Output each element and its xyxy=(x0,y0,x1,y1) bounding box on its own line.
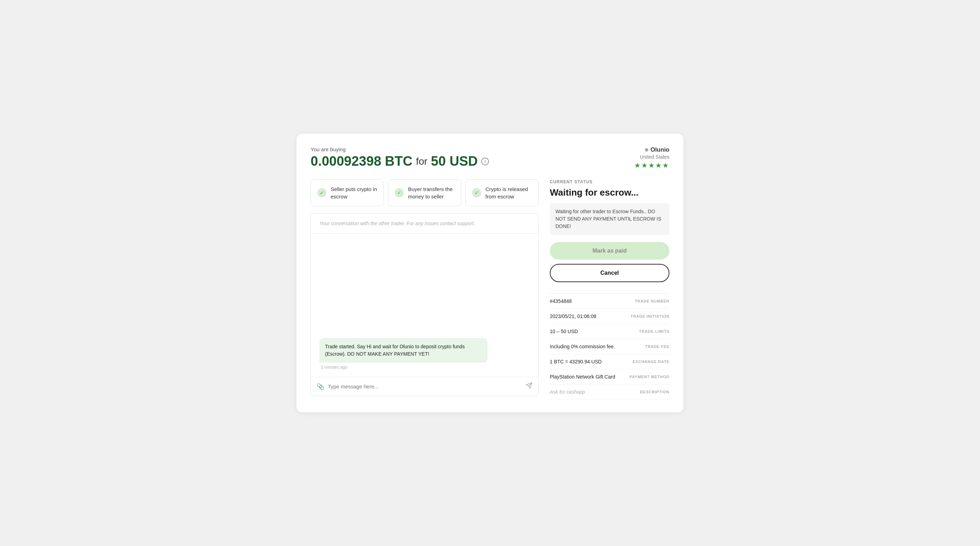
for-label: for xyxy=(416,156,427,167)
payment-method-row: PlayStation Network Gift Card PAYMENT ME… xyxy=(550,369,670,385)
chat-input[interactable] xyxy=(328,384,522,390)
status-info-box: Waiting for other trader to Escrow Funds… xyxy=(550,203,670,235)
trade-limits-value: 10 – 50 USD xyxy=(550,329,578,334)
exchange-rate-value: 1 BTC = 43290.94 USD xyxy=(550,359,601,365)
current-status-label: CURRENT STATUS xyxy=(550,180,670,184)
btc-amount: 0.00092398 BTC xyxy=(310,154,412,169)
step-card-2: ✓ Buyer transfers the money to seller xyxy=(388,180,461,206)
seller-stars: ★★★★★ xyxy=(634,161,670,170)
usd-amount: 50 USD xyxy=(431,154,478,169)
steps-row: ✓ Seller puts crypto in escrow ✓ Buyer t… xyxy=(310,180,539,206)
chat-bubble: Trade started. Say Hi and wait for Oluni… xyxy=(320,338,488,363)
attach-icon[interactable]: 📎 xyxy=(317,383,325,390)
chat-time: 3 minutes ago xyxy=(320,365,347,370)
description-row: Ask for cashapp DESCRIPTION xyxy=(550,385,670,400)
step-label-2: Buyer transfers the money to seller xyxy=(408,185,455,200)
step-card-3: ✓ Crypto is released from escrow xyxy=(465,180,539,206)
chat-notice: Your conversation with the other trader.… xyxy=(311,213,538,234)
payment-method-label: PAYMENT METHOD xyxy=(630,375,670,379)
chat-container: Your conversation with the other trader.… xyxy=(310,213,539,396)
status-title: Waiting for escrow... xyxy=(550,187,670,198)
step-check-2: ✓ xyxy=(395,188,404,197)
you-are-buying-label: You are buying xyxy=(310,146,489,152)
step-check-1: ✓ xyxy=(317,188,326,197)
cancel-button[interactable]: Cancel xyxy=(550,264,670,282)
trade-number-row: #4354848 TRADE NUMBER xyxy=(550,294,670,309)
trade-number-label: TRADE NUMBER xyxy=(635,299,670,303)
description-label: DESCRIPTION xyxy=(640,390,670,394)
left-panel: ✓ Seller puts crypto in escrow ✓ Buyer t… xyxy=(310,180,539,400)
exchange-rate-label: EXCHANGE RATE xyxy=(632,360,670,364)
trade-fee-value: Including 0% commission fee. xyxy=(550,344,615,349)
description-value: Ask for cashapp xyxy=(550,389,585,395)
trade-details: #4354848 TRADE NUMBER 2023/05/21, 01:06:… xyxy=(550,293,670,400)
step-card-1: ✓ Seller puts crypto in escrow xyxy=(310,180,384,206)
header-right: Olunio United States ★★★★★ xyxy=(634,146,670,170)
trade-fee-label: TRADE FEE xyxy=(645,344,670,349)
payment-method-value: PlayStation Network Gift Card xyxy=(550,374,615,380)
right-panel: CURRENT STATUS Waiting for escrow... Wai… xyxy=(550,180,670,400)
seller-status-dot xyxy=(645,148,648,152)
step-label-3: Crypto is released from escrow xyxy=(485,185,532,200)
trade-initiation-value: 2023/05/21, 01:06:08 xyxy=(550,314,596,319)
header-row: You are buying 0.00092398 BTC for 50 USD… xyxy=(310,146,670,170)
seller-name-text: Olunio xyxy=(651,146,670,153)
seller-name: Olunio xyxy=(634,146,670,153)
trade-limits-label: TRADE LIMITS xyxy=(639,329,670,334)
page-container: You are buying 0.00092398 BTC for 50 USD… xyxy=(296,134,684,412)
info-icon[interactable]: i xyxy=(481,158,489,166)
main-content: ✓ Seller puts crypto in escrow ✓ Buyer t… xyxy=(310,180,670,400)
trade-number-value: #4354848 xyxy=(550,298,572,304)
chat-bubble-container: Trade started. Say Hi and wait for Oluni… xyxy=(320,338,488,370)
trade-limits-row: 10 – 50 USD TRADE LIMITS xyxy=(550,324,670,339)
exchange-rate-row: 1 BTC = 43290.94 USD EXCHANGE RATE xyxy=(550,354,670,369)
trade-initiation-label: TRADE INITIATION xyxy=(631,314,670,318)
trade-initiation-row: 2023/05/21, 01:06:08 TRADE INITIATION xyxy=(550,309,670,324)
mark-as-paid-button[interactable]: Mark as paid xyxy=(550,242,670,259)
seller-country: United States xyxy=(634,154,670,160)
trade-amount: 0.00092398 BTC for 50 USD i xyxy=(310,154,489,169)
send-icon[interactable] xyxy=(525,382,533,391)
step-check-3: ✓ xyxy=(472,188,481,197)
step-label-1: Seller puts crypto in escrow xyxy=(331,185,377,200)
chat-messages: Trade started. Say Hi and wait for Oluni… xyxy=(311,234,538,377)
header-left: You are buying 0.00092398 BTC for 50 USD… xyxy=(310,146,489,169)
trade-fee-row: Including 0% commission fee. TRADE FEE xyxy=(550,339,670,354)
chat-input-row: 📎 xyxy=(311,377,538,396)
